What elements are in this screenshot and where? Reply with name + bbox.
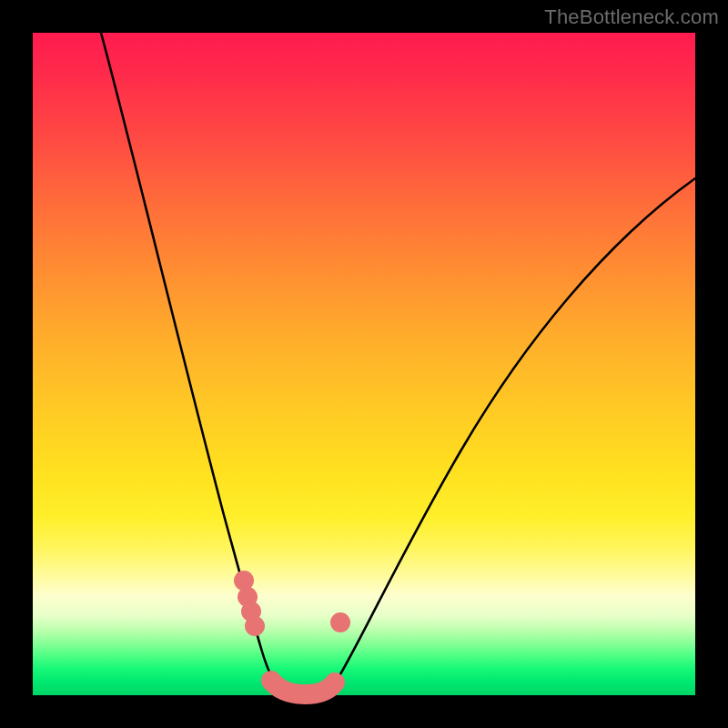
curve-layer bbox=[33, 33, 695, 695]
right-branch-curve bbox=[333, 178, 695, 686]
marker-dot bbox=[330, 612, 350, 632]
marker-dot bbox=[245, 616, 265, 636]
watermark-text: TheBottleneck.com bbox=[544, 5, 719, 29]
chart-frame: TheBottleneck.com bbox=[0, 0, 728, 728]
valley-floor-marker bbox=[271, 681, 335, 694]
plot-area bbox=[33, 33, 695, 695]
